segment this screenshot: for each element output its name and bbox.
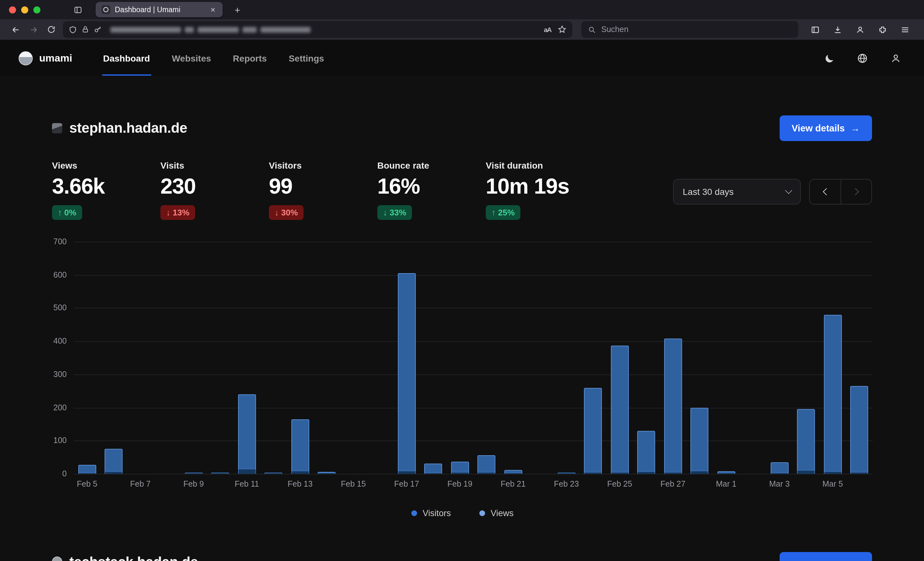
nav-item-dashboard[interactable]: Dashboard: [102, 41, 151, 76]
website-title[interactable]: techstack.hadan.de: [69, 554, 198, 561]
metric-visits: Visits 230 ↓ 13%: [160, 160, 269, 220]
x-axis-label: Feb 5: [77, 480, 98, 489]
metric-visit-duration: Visit duration 10m 19s ↑ 25%: [486, 160, 588, 220]
reload-icon[interactable]: [42, 21, 60, 38]
window-zoom-button[interactable]: [33, 6, 40, 13]
bar-visitors: [451, 472, 469, 474]
change-badge: ↑ 0%: [52, 205, 82, 220]
bar-views: [105, 449, 123, 474]
legend-item-views[interactable]: Views: [479, 509, 514, 518]
language-globe-icon[interactable]: [853, 49, 872, 68]
profile-icon[interactable]: [886, 49, 905, 68]
next-period-button[interactable]: [841, 180, 872, 204]
url-bar[interactable]: aA: [63, 21, 572, 38]
x-axis-label: Feb 25: [608, 480, 632, 489]
gridline: [74, 308, 873, 309]
bar-visitors: [318, 473, 336, 474]
chart-ylabels: 0100200300400500600700: [41, 242, 67, 474]
date-range-select[interactable]: Last 30 days: [673, 179, 801, 205]
tab-close-icon[interactable]: ✕: [209, 5, 217, 14]
view-details-button[interactable]: View details →: [780, 115, 872, 141]
bar-views: [398, 273, 416, 474]
bar-visitors: [824, 471, 842, 474]
bar-visitors: [637, 471, 655, 474]
bar-visitors: [105, 471, 123, 474]
gridline: [74, 242, 873, 242]
x-axis-label: Mar 5: [823, 480, 843, 489]
account-icon[interactable]: [851, 21, 869, 38]
chevron-left-icon: [823, 188, 830, 196]
window-minimize-button[interactable]: [21, 6, 28, 13]
bar-visitors: [477, 472, 495, 474]
website-title[interactable]: stephan.hadan.de: [69, 120, 188, 136]
bar-views: [824, 315, 842, 474]
arrow-right-icon: →: [850, 123, 860, 133]
bar-visitors: [557, 473, 575, 474]
theme-toggle-moon-icon[interactable]: [819, 49, 838, 68]
downloads-icon[interactable]: [828, 21, 846, 38]
change-badge: ↑ 25%: [486, 205, 520, 220]
metric-bounce-rate: Bounce rate 16% ↓ 33%: [377, 160, 486, 220]
previous-period-button[interactable]: [810, 180, 841, 204]
search-input[interactable]: [601, 25, 792, 34]
x-axis-label: Feb 17: [394, 480, 419, 489]
x-axis-label: Feb 23: [554, 480, 579, 489]
bar-visitors: [690, 471, 708, 474]
legend-item-visitors[interactable]: Visitors: [411, 509, 451, 518]
x-axis-label: Feb 27: [661, 480, 686, 489]
nav-item-settings[interactable]: Settings: [288, 41, 326, 76]
x-axis-label: Feb 9: [183, 480, 204, 489]
bar-views: [610, 346, 628, 474]
menu-icon[interactable]: [896, 21, 914, 38]
search-bar[interactable]: [581, 21, 798, 38]
firefox-view-icon[interactable]: [70, 3, 86, 16]
bar-visitors: [664, 472, 682, 474]
y-axis-label: 600: [41, 270, 67, 279]
bookmark-star-icon[interactable]: [558, 25, 567, 34]
nav-item-websites[interactable]: Websites: [170, 41, 212, 76]
chart-plot: Feb 5Feb 7Feb 9Feb 11Feb 13Feb 15Feb 17F…: [74, 242, 873, 474]
tracking-shield-icon[interactable]: [69, 25, 77, 34]
browser-tab[interactable]: Dashboard | Umami ✕: [96, 2, 223, 17]
bar-views: [797, 409, 815, 474]
gridline: [74, 441, 873, 441]
main-nav: Dashboard Websites Reports Settings: [102, 41, 326, 76]
forward-icon[interactable]: [24, 21, 42, 38]
website-favicon: [52, 557, 62, 561]
bar-visitors: [717, 473, 735, 474]
back-icon[interactable]: [6, 21, 24, 38]
chevron-down-icon: [785, 187, 792, 194]
y-axis-label: 200: [41, 403, 67, 412]
browser-tabstrip: Dashboard | Umami ✕ +: [0, 0, 924, 19]
view-details-button[interactable]: View details →: [780, 552, 872, 561]
extensions-icon[interactable]: [873, 21, 891, 38]
bar-visitors: [398, 471, 416, 474]
bar-visitors: [78, 473, 96, 474]
sidebar-icon[interactable]: [806, 21, 824, 38]
x-axis-label: Mar 3: [770, 480, 790, 489]
metric-visitors: Visitors 99 ↓ 30%: [269, 160, 377, 220]
bar-visitors: [584, 472, 602, 474]
y-axis-label: 100: [41, 436, 67, 445]
lock-icon[interactable]: [81, 25, 89, 33]
tab-favicon-umami-icon: [101, 5, 110, 14]
umami-app: umami Dashboard Websites Reports Setting…: [0, 41, 924, 561]
change-badge: ↓ 33%: [377, 205, 412, 220]
new-tab-button[interactable]: +: [230, 3, 244, 16]
bar-visitors: [238, 469, 256, 474]
nav-item-reports[interactable]: Reports: [232, 41, 268, 76]
second-website-row: techstack.hadan.de View details →: [52, 553, 872, 561]
umami-logo-icon: [19, 51, 33, 66]
window-controls: [0, 6, 40, 13]
legend-dot-views: [479, 510, 485, 516]
window-close-button[interactable]: [9, 6, 16, 13]
key-icon[interactable]: [94, 25, 102, 34]
translate-icon[interactable]: aA: [544, 25, 551, 33]
umami-brand[interactable]: umami: [19, 51, 72, 66]
bar-views: [238, 394, 256, 474]
bar-views: [690, 408, 708, 474]
bar-visitors: [610, 472, 628, 474]
arrow-right-icon: →: [850, 560, 860, 561]
x-axis-label: Mar 1: [716, 480, 736, 489]
tab-title: Dashboard | Umami: [115, 6, 204, 13]
